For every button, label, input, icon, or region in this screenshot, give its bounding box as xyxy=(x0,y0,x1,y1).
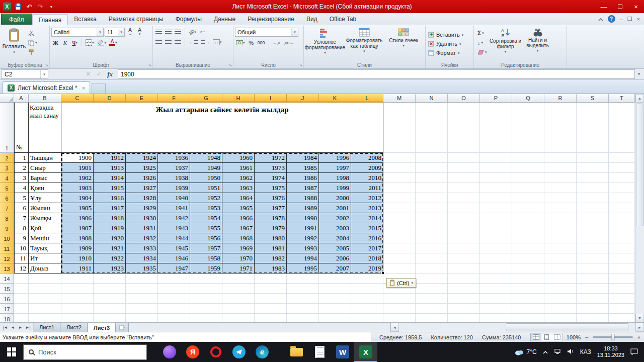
column-header-M[interactable]: M xyxy=(383,94,416,103)
conditional-formatting-button[interactable]: Условное форматирование ▾ xyxy=(305,26,345,61)
cell-B5[interactable]: Қоян xyxy=(29,183,61,193)
cell-N12[interactable] xyxy=(416,253,448,263)
cell-E8[interactable]: 1930 xyxy=(126,213,158,223)
format-painter-button[interactable] xyxy=(27,48,38,56)
cell-D18[interactable] xyxy=(94,314,126,322)
cell-G8[interactable]: 1954 xyxy=(190,213,222,223)
cell-Q4[interactable] xyxy=(512,173,544,183)
qat-customize-icon[interactable]: ▾ xyxy=(47,2,56,11)
cell-K6[interactable]: 2000 xyxy=(319,193,351,203)
cell-S17[interactable] xyxy=(577,304,609,314)
cell-L5[interactable]: 2011 xyxy=(351,183,383,193)
zoom-slider-thumb[interactable] xyxy=(611,334,615,340)
cell-J12[interactable]: 1994 xyxy=(287,253,319,263)
taskbar-notepad[interactable] xyxy=(308,342,331,362)
sheet-tab-Лист2[interactable]: Лист2 xyxy=(60,323,88,332)
cell-A9[interactable]: 8 xyxy=(14,223,29,233)
increase-indent-button[interactable]: → xyxy=(200,38,211,46)
cell-O6[interactable] xyxy=(448,193,480,203)
cell-R12[interactable] xyxy=(544,253,577,263)
cell-T7[interactable] xyxy=(609,203,635,213)
cell-F7[interactable]: 1941 xyxy=(158,203,190,213)
cell-O4[interactable] xyxy=(448,173,480,183)
cell-S3[interactable] xyxy=(577,163,609,173)
column-header-E[interactable]: E xyxy=(126,94,158,103)
start-button[interactable] xyxy=(0,342,23,362)
taskbar-word[interactable]: W xyxy=(331,342,354,362)
cell-Q15[interactable] xyxy=(512,284,544,294)
cell-E3[interactable]: 1925 xyxy=(126,163,158,173)
cell-C7[interactable]: 1905 xyxy=(61,203,94,213)
cell-B3[interactable]: Сиыр xyxy=(29,163,61,173)
currency-button[interactable]: ▾ xyxy=(235,38,246,47)
cell-L7[interactable]: 2013 xyxy=(351,203,383,213)
cell-O11[interactable] xyxy=(448,243,480,253)
horizontal-scroll-thumb[interactable] xyxy=(506,323,628,331)
network-icon[interactable] xyxy=(554,348,561,356)
cell-Q14[interactable] xyxy=(512,274,544,284)
cell-J16[interactable] xyxy=(287,294,319,304)
cell-F8[interactable]: 1942 xyxy=(158,213,190,223)
cell-P14[interactable] xyxy=(480,274,512,284)
cell-C3[interactable]: 1901 xyxy=(61,163,94,173)
cell-A5[interactable]: 4 xyxy=(14,183,29,193)
cell-G4[interactable]: 1950 xyxy=(190,173,222,183)
cell-F9[interactable]: 1943 xyxy=(158,223,190,233)
cell-O16[interactable] xyxy=(448,294,480,304)
cell-G6[interactable]: 1952 xyxy=(190,193,222,203)
cell-L16[interactable] xyxy=(351,294,383,304)
cell-O17[interactable] xyxy=(448,304,480,314)
hidden-icons-chevron[interactable] xyxy=(543,348,548,355)
borders-button[interactable]: ▾ xyxy=(85,38,95,47)
horizontal-scrollbar[interactable]: ◄ ► xyxy=(390,323,644,332)
cell-I7[interactable]: 1977 xyxy=(255,203,287,213)
cell-D9[interactable]: 1919 xyxy=(94,223,126,233)
cell-E7[interactable]: 1929 xyxy=(126,203,158,213)
column-header-O[interactable]: O xyxy=(448,94,480,103)
cell-R15[interactable] xyxy=(544,284,577,294)
row-header-5[interactable]: 5 xyxy=(0,183,14,193)
cell-Q2[interactable] xyxy=(512,153,544,163)
decrease-font-button[interactable]: А▼ xyxy=(135,28,144,37)
scroll-left-icon[interactable]: ◄ xyxy=(390,323,399,332)
cell-J11[interactable]: 1993 xyxy=(287,243,319,253)
number-format-combo[interactable]: Общий▾ xyxy=(235,28,298,37)
cell-F16[interactable] xyxy=(158,294,190,304)
cell-B16[interactable] xyxy=(29,294,61,304)
cell-A15[interactable] xyxy=(14,284,29,294)
cell-P13[interactable] xyxy=(480,263,512,274)
cell-P3[interactable] xyxy=(480,163,512,173)
cell-D13[interactable]: 1923 xyxy=(94,263,126,274)
wrap-text-button[interactable]: ↩ xyxy=(198,28,207,36)
cell-S9[interactable] xyxy=(577,223,609,233)
cell-Q18[interactable] xyxy=(512,314,544,322)
cell-A7[interactable]: 6 xyxy=(14,203,29,213)
zoom-out-icon[interactable]: − xyxy=(584,334,589,341)
cell-O7[interactable] xyxy=(448,203,480,213)
cell-K2[interactable]: 1996 xyxy=(319,153,351,163)
align-left-button[interactable] xyxy=(154,38,163,46)
cell-T2[interactable] xyxy=(609,153,635,163)
cell-C11[interactable]: 1909 xyxy=(61,243,94,253)
cell-T9[interactable] xyxy=(609,223,635,233)
row-header-13[interactable]: 13 xyxy=(0,263,14,274)
cell-O14[interactable] xyxy=(448,274,480,284)
cell-I4[interactable]: 1974 xyxy=(255,173,287,183)
cell-H3[interactable]: 1961 xyxy=(222,163,255,173)
cell-E17[interactable] xyxy=(126,304,158,314)
cell-R10[interactable] xyxy=(544,233,577,243)
cell-Q11[interactable] xyxy=(512,243,544,253)
percent-button[interactable]: % xyxy=(247,38,256,47)
expand-formula-bar-icon[interactable]: ▾ xyxy=(635,69,643,79)
cell-D15[interactable] xyxy=(94,284,126,294)
row-header-8[interactable]: 8 xyxy=(0,213,14,223)
cell-A18[interactable] xyxy=(14,314,29,322)
cell-G3[interactable]: 1949 xyxy=(190,163,222,173)
cell-L14[interactable] xyxy=(351,274,383,284)
cell-L10[interactable]: 2016 xyxy=(351,233,383,243)
cell-R11[interactable] xyxy=(544,243,577,253)
ribbon-tab-Рецензирование[interactable]: Рецензирование xyxy=(242,14,300,25)
cell-R7[interactable] xyxy=(544,203,577,213)
cell-D14[interactable] xyxy=(94,274,126,284)
column-header-P[interactable]: P xyxy=(480,94,512,103)
